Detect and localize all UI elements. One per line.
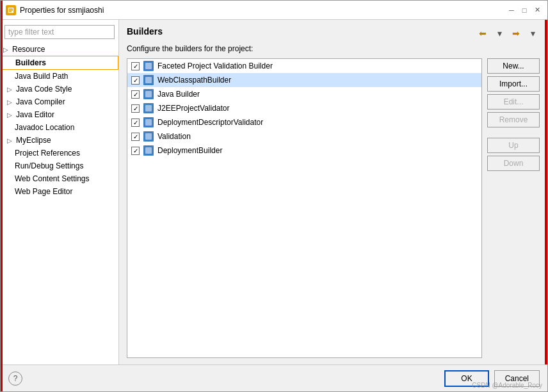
sidebar-item-label: Web Page Editor — [15, 187, 73, 196]
sidebar-item-label: Run/Debug Settings — [15, 161, 83, 170]
sidebar-item-label: Java Code Style — [16, 85, 72, 94]
sidebar-item-label: Java Compiler — [16, 97, 65, 106]
filter-input[interactable] — [4, 25, 115, 39]
back-button[interactable]: ⬅ — [476, 26, 490, 40]
sidebar-item-project-references[interactable]: Project References — [1, 147, 118, 159]
title-bar: Properties for ssmjiaoshi ─ □ ✕ — [1, 1, 547, 20]
builder-icon — [143, 103, 154, 113]
expand-arrow: ▷ — [7, 137, 12, 144]
section-description: Configure the builders for the project: — [127, 44, 540, 53]
remove-button[interactable]: Remove — [487, 112, 540, 127]
sidebar-item-label: MyEclipse — [16, 136, 51, 145]
help-button[interactable]: ? — [8, 372, 22, 386]
expand-arrow: ▷ — [7, 111, 12, 118]
builder-icon — [143, 145, 154, 156]
table-row[interactable]: J2EEProjectValidator — [127, 101, 481, 115]
builder-label: DeploymentBuilder — [157, 146, 222, 155]
sidebar-item-label: Web Content Settings — [15, 174, 90, 183]
bottom-bar: ? OK Cancel — [1, 364, 547, 391]
close-button[interactable]: ✕ — [532, 5, 542, 15]
main-content: Builders ⬅ ▾ ➡ ▾ Configure the builders … — [119, 20, 547, 364]
import-button[interactable]: Import... — [487, 76, 540, 92]
dialog-icon — [6, 5, 16, 15]
sidebar-item-myeclipse[interactable]: ▷ MyEclipse — [1, 134, 118, 147]
table-row[interactable]: DeploymentBuilder — [127, 143, 481, 158]
sidebar-item-java-code-style[interactable]: ▷ Java Code Style — [1, 83, 118, 95]
sidebar-item-builders[interactable]: Builders — [1, 56, 118, 70]
nav-dropdown2[interactable]: ▾ — [526, 26, 540, 40]
builder-icon — [143, 75, 154, 85]
expand-arrow: ▷ — [7, 86, 12, 93]
sidebar-item-web-content-settings[interactable]: Web Content Settings — [1, 172, 118, 185]
sidebar-item-label: Java Build Path — [15, 72, 68, 81]
edit-button[interactable]: Edit... — [487, 94, 540, 110]
table-row[interactable]: Validation — [127, 129, 481, 143]
forward-button[interactable]: ➡ — [509, 26, 523, 40]
builder-icon — [143, 89, 154, 99]
minimize-button[interactable]: ─ — [506, 5, 517, 15]
table-row[interactable]: Faceted Project Validation Builder — [127, 59, 481, 73]
builder-label: WebClasspathBuilder — [157, 76, 231, 85]
table-row[interactable]: WebClasspathBuilder — [127, 73, 481, 87]
sidebar-item-label: Javadoc Location — [15, 123, 74, 132]
sidebar-item-label: Builders — [15, 58, 46, 67]
up-button[interactable]: Up — [487, 138, 540, 153]
sidebar-item-run-debug-settings[interactable]: Run/Debug Settings — [1, 159, 118, 172]
table-row[interactable]: Java Builder — [127, 87, 481, 101]
builder-checkbox[interactable] — [131, 104, 140, 113]
sidebar-item-java-editor[interactable]: ▷ Java Editor — [1, 108, 118, 121]
down-button[interactable]: Down — [487, 156, 540, 171]
sidebar-item-java-build-path[interactable]: Java Build Path — [1, 70, 118, 83]
builder-checkbox[interactable] — [131, 133, 140, 141]
section-title: Builders — [127, 26, 163, 37]
builder-label: DeploymentDescriptorValidator — [157, 118, 263, 127]
sidebar-item-web-page-editor[interactable]: Web Page Editor — [1, 185, 118, 198]
sidebar-item-javadoc-location[interactable]: Javadoc Location — [1, 121, 118, 134]
builder-checkbox[interactable] — [131, 76, 140, 85]
sidebar-item-resource[interactable]: ▷ Resource — [1, 43, 118, 56]
builder-icon — [143, 117, 154, 127]
sidebar-item-label: Project References — [15, 149, 80, 158]
builder-label: Java Builder — [157, 90, 200, 99]
sidebar-item-label: Java Editor — [16, 110, 54, 119]
builder-checkbox[interactable] — [131, 147, 140, 155]
builders-list[interactable]: Faceted Project Validation Builder WebCl… — [127, 58, 482, 358]
nav-dropdown[interactable]: ▾ — [492, 26, 506, 40]
watermark: CSDN @Adorable_Rocy — [472, 382, 542, 389]
builder-label: Faceted Project Validation Builder — [157, 61, 273, 70]
builder-checkbox[interactable] — [131, 118, 140, 127]
side-buttons: New... Import... Edit... Remove Up Down — [487, 58, 540, 358]
builder-checkbox[interactable] — [131, 62, 140, 70]
builder-label: Validation — [157, 132, 191, 141]
builder-label: J2EEProjectValidator — [157, 104, 230, 113]
builder-icon — [143, 131, 154, 142]
sidebar-item-java-compiler[interactable]: ▷ Java Compiler — [1, 95, 118, 108]
new-button[interactable]: New... — [487, 58, 540, 74]
expand-arrow: ▷ — [3, 46, 8, 53]
builder-icon — [143, 61, 154, 71]
sidebar-item-label: Resource — [12, 45, 45, 54]
sidebar: ▷ Resource Builders Java Build Path ▷ Ja… — [1, 20, 119, 364]
maximize-button[interactable]: □ — [519, 5, 529, 15]
builder-checkbox[interactable] — [131, 90, 140, 99]
dialog-title: Properties for ssmjiaoshi — [20, 6, 104, 15]
expand-arrow: ▷ — [7, 99, 12, 106]
table-row[interactable]: DeploymentDescriptorValidator — [127, 115, 481, 129]
